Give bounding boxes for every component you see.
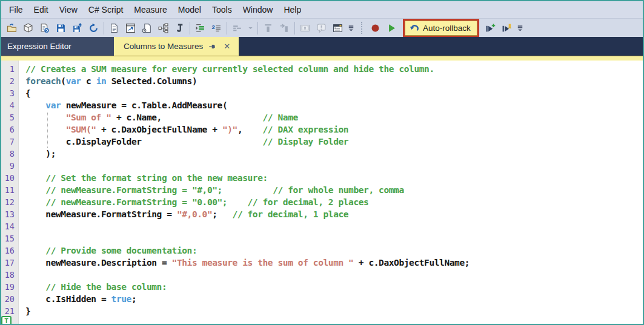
code-line: 21}: [1, 305, 643, 317]
line-number: 3: [1, 87, 19, 99]
svg-text:2: 2: [212, 23, 215, 30]
code-text: [19, 220, 25, 232]
code-line: 17 newMeasure.Description = "This measur…: [1, 257, 643, 269]
line-number: 18: [1, 269, 19, 281]
code-line: 10 // Set the format string on the new m…: [1, 172, 643, 184]
code-text: foreach(var c in Selected.Columns): [19, 75, 197, 87]
line-number: 2: [1, 75, 19, 87]
open-database-icon[interactable]: [20, 21, 36, 36]
menu-item-model[interactable]: Model: [173, 2, 207, 17]
play-icon[interactable]: [383, 21, 400, 36]
comment-warning-icon[interactable]: [313, 21, 330, 36]
code-text: {: [19, 87, 30, 99]
code-line: 1// Creates a SUM measure for every curr…: [1, 63, 643, 75]
menu-item-view[interactable]: View: [54, 2, 83, 17]
code-lines: 1// Creates a SUM measure for every curr…: [1, 63, 643, 317]
toolbar: 2Auto-rollback: [1, 18, 643, 37]
format-code-icon[interactable]: 2: [208, 21, 225, 36]
toolbar-separator: [227, 22, 227, 34]
line-number: 6: [1, 123, 19, 136]
code-line: 13 newMeasure.FormatString = "#,0.0"; //…: [1, 208, 643, 220]
tray-badge[interactable]: T: [1, 316, 12, 324]
code-text: newMeasure.Description = "This measure i…: [19, 257, 470, 269]
menu-item-help[interactable]: Help: [278, 2, 307, 17]
column-move-icon[interactable]: [276, 21, 293, 36]
overflow-chevron-icon[interactable]: [515, 21, 525, 36]
code-text: }: [19, 305, 30, 317]
menu-item-measure[interactable]: Measure: [128, 2, 172, 17]
chevron-down-icon[interactable]: [245, 21, 256, 36]
line-number: 16: [1, 245, 19, 257]
code-text: c.IsHidden = true;: [19, 293, 136, 305]
code-line: 12 // newMeasure.FormatString = "0.00"; …: [1, 196, 643, 208]
code-line: 14: [1, 220, 643, 232]
format-indent-icon[interactable]: [192, 21, 208, 36]
code-text: [19, 269, 25, 281]
code-text: "SUM(" + c.DaxObjectFullName + ")", // D…: [19, 123, 348, 136]
code-line: 20 c.IsHidden = true;: [1, 293, 643, 305]
code-text: "Sum of " + c.Name, // Name: [19, 111, 298, 123]
pin-icon[interactable]: [208, 42, 217, 51]
code-text: newMeasure.FormatString = "#,0.0"; // fo…: [19, 208, 348, 220]
save-as-icon[interactable]: [69, 21, 85, 36]
toolbar-separator: [294, 22, 295, 34]
code-text: var newMeasure = c.Table.AddMeasure(: [19, 99, 227, 111]
code-line: 6 "SUM(" + c.DaxObjectFullName + ")", //…: [1, 123, 643, 136]
measure-tools-icon[interactable]: [229, 21, 245, 36]
code-text: [19, 160, 25, 172]
hierarchy-icon[interactable]: [155, 21, 171, 36]
run-highlight-icon[interactable]: [499, 21, 515, 36]
edit-window-icon[interactable]: [122, 21, 139, 36]
run-insert-icon[interactable]: [482, 21, 499, 36]
menu-item-window[interactable]: Window: [237, 2, 279, 17]
highlight-annotation-box: Auto-rollback: [403, 19, 479, 38]
line-number: 19: [1, 281, 19, 293]
code-line: 5 "Sum of " + c.Name, // Name: [1, 111, 643, 123]
toolbar-grip: [361, 22, 364, 34]
tab-columns-to-measures[interactable]: Columns to Measures ✕: [114, 37, 239, 56]
save-icon[interactable]: [53, 21, 69, 36]
code-line: 7 c.DisplayFolder // Display Folder: [1, 136, 643, 148]
record-icon[interactable]: [367, 21, 383, 36]
line-number: 21: [1, 305, 19, 317]
active-tab-band: [1, 56, 643, 61]
line-number: 14: [1, 220, 19, 232]
menu-item-c-script[interactable]: C# Script: [83, 2, 129, 17]
code-line: 9: [1, 160, 643, 172]
new-script-icon[interactable]: [106, 21, 122, 36]
line-number: 8: [1, 148, 19, 160]
line-number: 7: [1, 136, 19, 148]
tab-strip-filler: [239, 37, 643, 56]
open-file-icon[interactable]: [4, 21, 20, 36]
code-line: 19 // Hide the base column:: [1, 281, 643, 293]
menu-bar: FileEditViewC# ScriptMeasureModelToolsWi…: [1, 1, 643, 18]
code-text: c.DisplayFolder // Display Folder: [19, 136, 348, 148]
line-number: 9: [1, 160, 19, 172]
run-script-file-icon[interactable]: [139, 21, 155, 36]
line-number: 20: [1, 293, 19, 305]
line-number: 5: [1, 111, 19, 123]
menu-item-edit[interactable]: Edit: [28, 2, 54, 17]
code-text: // Hide the base column:: [19, 281, 167, 293]
menu-item-tools[interactable]: Tools: [207, 2, 237, 17]
refresh-icon[interactable]: [85, 21, 102, 36]
line-number: 12: [1, 196, 19, 208]
refresh-metadata-icon[interactable]: [36, 21, 53, 36]
code-line: 8 );: [1, 148, 643, 160]
code-line: 2foreach(var c in Selected.Columns): [1, 75, 643, 87]
panel-title: Expression Editor: [1, 37, 114, 56]
column-tools-icon[interactable]: [260, 21, 276, 36]
line-number: 4: [1, 99, 19, 111]
form-editor-icon[interactable]: [330, 21, 346, 36]
code-line: 18: [1, 269, 643, 281]
code-editor[interactable]: 1// Creates a SUM measure for every curr…: [1, 61, 643, 324]
line-number: 17: [1, 257, 19, 269]
tab-label: Columns to Measures: [124, 42, 203, 51]
script-icon[interactable]: [171, 21, 188, 36]
auto-rollback-button[interactable]: Auto-rollback: [405, 21, 477, 36]
code-actions-icon[interactable]: [297, 21, 313, 36]
code-line: 15: [1, 232, 643, 245]
close-icon[interactable]: ✕: [222, 42, 231, 51]
overflow-chevron-icon[interactable]: [346, 21, 356, 36]
menu-item-file[interactable]: File: [4, 2, 28, 17]
